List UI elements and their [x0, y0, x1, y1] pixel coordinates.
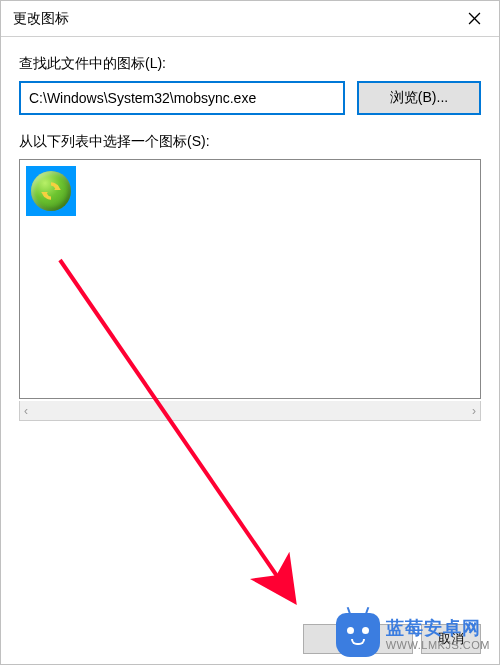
horizontal-scrollbar[interactable]: ‹ › [19, 401, 481, 421]
watermark-url: WWW.LMKJS.COM [386, 639, 490, 651]
path-row: 浏览(B)... [19, 81, 481, 115]
titlebar: 更改图标 [1, 1, 499, 37]
watermark: 蓝莓安卓网 WWW.LMKJS.COM [336, 613, 490, 657]
dialog-title: 更改图标 [13, 10, 69, 28]
watermark-text: 蓝莓安卓网 WWW.LMKJS.COM [386, 619, 490, 651]
icon-list[interactable] [19, 159, 481, 399]
browse-button[interactable]: 浏览(B)... [357, 81, 481, 115]
scroll-left-icon[interactable]: ‹ [24, 404, 28, 418]
dialog-content: 查找此文件中的图标(L): 浏览(B)... 从以下列表中选择一个图标(S): … [1, 37, 499, 614]
watermark-title: 蓝莓安卓网 [386, 619, 490, 639]
sync-icon [31, 171, 71, 211]
icon-item-sync[interactable] [26, 166, 76, 216]
list-label: 从以下列表中选择一个图标(S): [19, 133, 481, 151]
change-icon-dialog: 更改图标 查找此文件中的图标(L): 浏览(B)... 从以下列表中选择一个图标… [0, 0, 500, 665]
icon-path-input[interactable] [19, 81, 345, 115]
watermark-logo-icon [336, 613, 380, 657]
scroll-right-icon[interactable]: › [472, 404, 476, 418]
sync-arrows-icon [38, 178, 64, 204]
close-icon [468, 12, 481, 25]
path-label: 查找此文件中的图标(L): [19, 55, 481, 73]
close-button[interactable] [449, 1, 499, 37]
